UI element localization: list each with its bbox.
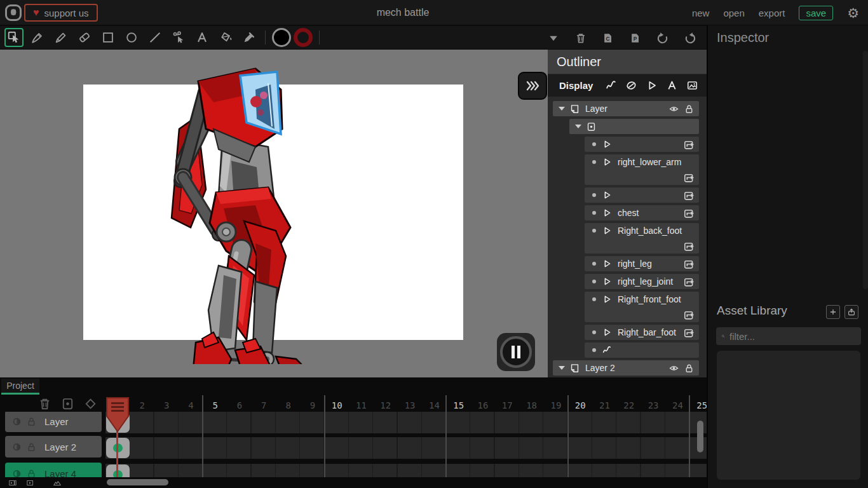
add-asset-button[interactable]: [826, 305, 840, 319]
tool-text[interactable]: [193, 28, 212, 47]
outliner-row-right_leg_joint[interactable]: right_leg_joint: [585, 274, 699, 289]
loop-playback-icon[interactable]: [25, 478, 35, 487]
timeline-layer-Layer[interactable]: Layer: [5, 410, 102, 432]
outliner-row-chest[interactable]: chest: [585, 205, 699, 220]
support-us-label: support us: [44, 8, 89, 18]
playhead[interactable]: [105, 397, 130, 433]
frame-number-23: 23: [641, 397, 666, 414]
frame-number-20: 20: [568, 397, 593, 414]
search-icon: [721, 331, 725, 341]
lock-layer-icon[interactable]: [26, 442, 37, 452]
timeline-frames-row[interactable]: [105, 412, 707, 433]
outliner-row-Right_back_foot[interactable]: Right_back_foot: [585, 223, 699, 254]
expand-caret-icon[interactable]: [573, 121, 583, 132]
visibility-eye-icon[interactable]: [668, 104, 679, 114]
hide-layer-icon[interactable]: [11, 416, 22, 427]
tool-rectangle[interactable]: [98, 28, 118, 47]
outliner-row-Right_front_foot[interactable]: Right_front_foot: [585, 292, 699, 322]
edit-clip-icon[interactable]: [683, 139, 695, 151]
settings-gear-icon[interactable]: ⚙: [847, 6, 859, 20]
tool-brush[interactable]: [28, 28, 47, 47]
hide-layer-icon[interactable]: [11, 442, 22, 452]
menu-new[interactable]: new: [692, 8, 710, 18]
inspector-scrollbar[interactable]: [863, 51, 868, 289]
tool-select[interactable]: [4, 28, 24, 47]
tool-ellipse[interactable]: [122, 28, 141, 47]
outliner-row-frame[interactable]: [569, 119, 699, 134]
edit-clip-icon[interactable]: [683, 240, 695, 252]
outliner-row-clip[interactable]: [585, 187, 699, 203]
lock-icon[interactable]: [684, 104, 695, 114]
save-button[interactable]: save: [799, 6, 833, 20]
stage-area[interactable]: [0, 50, 548, 377]
outliner-row-Layer 2[interactable]: Layer 2: [553, 360, 699, 376]
add-frame-button[interactable]: [60, 396, 75, 411]
menu-open[interactable]: open: [723, 8, 744, 18]
outliner-row-Right_bar_foot[interactable]: Right_bar_foot: [585, 325, 699, 340]
display-filter-text-icon[interactable]: [666, 79, 678, 92]
tool-fill-bucket[interactable]: [216, 28, 235, 47]
edit-clip-icon[interactable]: [683, 207, 695, 219]
delete-frame-button[interactable]: [37, 396, 52, 411]
timeline-frames-row[interactable]: [105, 437, 707, 459]
tool-path-cursor[interactable]: [169, 28, 188, 47]
display-filter-clips-icon[interactable]: [646, 79, 658, 92]
edit-clip-icon[interactable]: [683, 189, 695, 201]
edit-clip-icon[interactable]: [683, 258, 695, 270]
delete-button[interactable]: [574, 32, 587, 44]
expand-caret-icon[interactable]: [557, 104, 567, 114]
layer-name-label: Layer: [44, 416, 69, 427]
add-tween-button[interactable]: [83, 396, 98, 411]
curves-icon[interactable]: [49, 478, 65, 487]
vertical-scrollbar[interactable]: [697, 421, 703, 452]
paste-button[interactable]: P: [629, 32, 642, 44]
outliner-row-Layer[interactable]: Layer: [553, 101, 699, 116]
display-filter-paths-icon[interactable]: [605, 79, 617, 92]
eraser-tool-icon: [78, 30, 92, 44]
upload-asset-button[interactable]: [844, 305, 858, 319]
toolbar-divider: [319, 30, 320, 44]
horizontal-scrollbar[interactable]: [107, 479, 168, 485]
copy-button[interactable]: C: [602, 32, 614, 44]
outliner-display-row: Display: [548, 74, 707, 97]
more-button[interactable]: [547, 32, 560, 44]
outliner-item-label: Layer 2: [585, 363, 615, 373]
visibility-eye-icon[interactable]: [668, 363, 679, 374]
edit-clip-icon[interactable]: [683, 327, 695, 339]
onion-skin-icon[interactable]: [5, 478, 20, 487]
tool-line[interactable]: [146, 28, 165, 47]
lock-layer-icon[interactable]: [26, 416, 37, 427]
edit-clip-icon[interactable]: [683, 172, 695, 184]
outliner-row-right_lower_arm[interactable]: right_lower_arm: [585, 154, 699, 185]
outliner-row-right_leg[interactable]: right_leg: [585, 256, 699, 271]
redo-button[interactable]: [684, 32, 696, 44]
frame-number-11: 11: [349, 397, 374, 414]
display-filter-images-icon[interactable]: [686, 79, 698, 92]
expand-panel-button[interactable]: [518, 72, 547, 100]
outliner-row-clip[interactable]: [585, 137, 699, 152]
pause-button[interactable]: [497, 333, 535, 371]
asset-filter-input[interactable]: [729, 331, 856, 342]
support-us-button[interactable]: ♥ support us: [24, 4, 98, 22]
display-filter-hidden-icon[interactable]: [625, 79, 637, 92]
outliner-row-path[interactable]: [585, 342, 699, 358]
timeline-ruler[interactable]: 2345678910111213141516171819202122232425: [105, 397, 707, 414]
lock-icon[interactable]: [684, 363, 695, 374]
expand-caret-icon[interactable]: [557, 363, 567, 373]
bullet-icon: [592, 330, 596, 334]
layer-icon: [569, 363, 580, 374]
stroke-color-swatch[interactable]: [294, 28, 313, 47]
outliner-item-label: right_leg: [618, 259, 652, 269]
undo-button[interactable]: [656, 32, 669, 44]
tool-eraser[interactable]: [75, 28, 94, 47]
app-logo-icon[interactable]: [5, 4, 22, 21]
fill-color-swatch[interactable]: [272, 28, 291, 47]
menu-export[interactable]: export: [759, 8, 785, 18]
timeline-layer-Layer 2[interactable]: Layer 2: [5, 436, 102, 458]
tool-eyedropper[interactable]: [240, 28, 259, 47]
outliner-item-label: Layer: [585, 104, 607, 114]
edit-clip-icon[interactable]: [683, 309, 695, 321]
tool-pencil[interactable]: [51, 28, 71, 47]
edit-clip-icon[interactable]: [683, 276, 695, 288]
tab-project[interactable]: Project: [1, 379, 39, 395]
